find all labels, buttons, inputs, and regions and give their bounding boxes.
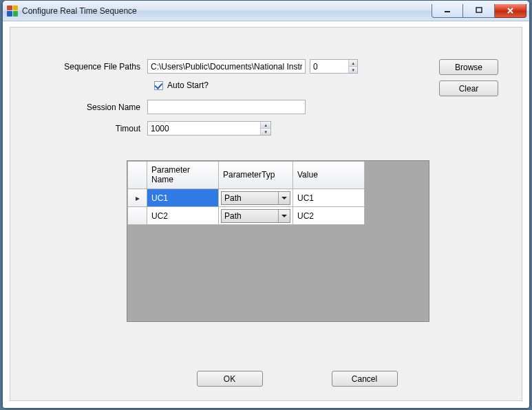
sequence-index-input[interactable]: [310, 60, 348, 73]
ok-button[interactable]: OK: [197, 371, 263, 387]
chevron-down-icon[interactable]: [278, 210, 290, 222]
client-area: Browse Clear Sequence File Paths ▲▼ Auto…: [10, 27, 522, 401]
cell-parameter-type[interactable]: Path: [219, 189, 293, 207]
minimize-button[interactable]: [432, 4, 463, 18]
auto-start-label: Auto Start?: [167, 80, 209, 90]
sequence-file-paths-label: Sequence File Paths: [34, 62, 147, 72]
type-dropdown[interactable]: Path: [221, 209, 290, 223]
col-parameter-name[interactable]: Parameter Name: [147, 162, 219, 189]
dialog-window: Configure Real Time Sequence Browse Clea…: [2, 0, 530, 409]
sequence-path-input[interactable]: [147, 59, 306, 74]
maximize-button[interactable]: [463, 4, 495, 18]
row-header[interactable]: [128, 207, 147, 225]
cell-parameter-name[interactable]: UC2: [147, 207, 219, 225]
spin-down-icon[interactable]: ▼: [261, 129, 270, 135]
browse-button[interactable]: Browse: [439, 59, 498, 75]
row-header[interactable]: ▸: [128, 189, 147, 207]
cell-parameter-type[interactable]: Path: [219, 207, 293, 225]
timeout-input[interactable]: [148, 122, 260, 135]
titlebar[interactable]: Configure Real Time Sequence: [3, 1, 529, 21]
session-name-input[interactable]: [147, 100, 306, 114]
clear-button[interactable]: Clear: [439, 80, 498, 96]
col-parameter-type[interactable]: ParameterTyp: [219, 162, 293, 189]
cell-value[interactable]: UC2: [293, 207, 365, 225]
timeout-stepper[interactable]: ▲▼: [147, 121, 271, 136]
window-title: Configure Real Time Sequence: [22, 6, 137, 16]
close-button[interactable]: [495, 4, 526, 18]
sequence-index-stepper[interactable]: ▲▼: [310, 59, 358, 74]
table-row[interactable]: ▸UC1PathUC1: [128, 189, 365, 207]
svg-rect-0: [445, 11, 450, 12]
session-name-label: Session Name: [34, 102, 147, 112]
type-dropdown[interactable]: Path: [221, 191, 290, 205]
timeout-label: Timout: [34, 124, 147, 133]
cancel-button[interactable]: Cancel: [332, 371, 398, 387]
col-value[interactable]: Value: [293, 162, 365, 189]
grid-corner[interactable]: [128, 162, 147, 189]
spin-up-icon[interactable]: ▲: [261, 122, 270, 129]
spin-down-icon[interactable]: ▼: [349, 67, 357, 73]
cell-parameter-name[interactable]: UC1: [147, 189, 219, 207]
table-row[interactable]: UC2PathUC2: [128, 207, 365, 225]
app-icon: [7, 6, 18, 17]
chevron-down-icon[interactable]: [278, 192, 290, 204]
parameters-grid[interactable]: Parameter Name ParameterTyp Value ▸UC1Pa…: [127, 160, 429, 322]
svg-rect-1: [476, 8, 482, 12]
spin-up-icon[interactable]: ▲: [349, 60, 357, 67]
auto-start-checkbox[interactable]: [154, 81, 163, 90]
cell-value[interactable]: UC1: [293, 189, 365, 207]
